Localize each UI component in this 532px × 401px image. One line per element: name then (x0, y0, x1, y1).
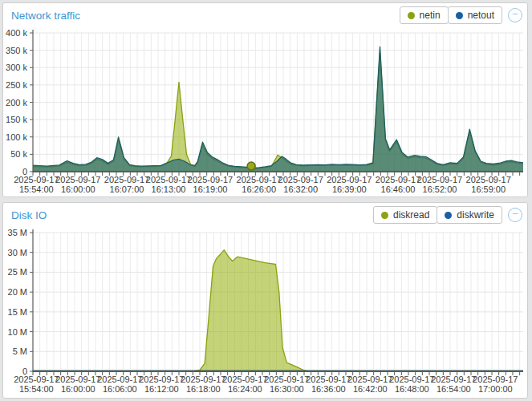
svg-text:2025-09-17: 2025-09-17 (327, 175, 372, 184)
legend-item-diskwrite[interactable]: diskwrite (437, 206, 502, 224)
diskread-series-dot-icon (381, 212, 388, 219)
svg-text:20 M: 20 M (8, 287, 27, 297)
legend-label: diskread (393, 209, 429, 221)
svg-text:35 M: 35 M (8, 228, 27, 237)
svg-text:5 M: 5 M (13, 346, 27, 356)
legend-item-netin[interactable]: netin (400, 6, 449, 24)
svg-text:300 k: 300 k (6, 63, 27, 72)
svg-text:2025-09-17: 2025-09-17 (181, 375, 225, 384)
diskwrite-series-dot-icon (445, 212, 452, 219)
legend-label: diskwrite (457, 209, 494, 221)
svg-text:15:54:00: 15:54:00 (19, 384, 54, 394)
svg-text:16:42:00: 16:42:00 (353, 384, 388, 394)
legend-label: netin (420, 10, 441, 21)
disk-io-header: Disk IO diskreaddiskwrite − (3, 203, 527, 225)
svg-text:17:00:00: 17:00:00 (478, 384, 513, 394)
svg-text:2025-09-17: 2025-09-17 (306, 375, 351, 384)
legend-label: netout (468, 10, 494, 21)
svg-text:30 M: 30 M (8, 248, 27, 257)
netout-series-dot-icon (456, 12, 463, 19)
svg-text:2025-09-17: 2025-09-17 (376, 175, 420, 184)
collapse-icon[interactable]: − (508, 208, 522, 222)
svg-text:16:24:00: 16:24:00 (228, 384, 262, 394)
svg-text:16:26:00: 16:26:00 (242, 184, 276, 194)
svg-text:16:54:00: 16:54:00 (437, 384, 471, 394)
svg-text:2025-09-17: 2025-09-17 (55, 375, 100, 384)
svg-text:100 k: 100 k (6, 132, 27, 142)
svg-text:50 k: 50 k (10, 149, 27, 159)
svg-text:2025-09-17: 2025-09-17 (146, 175, 191, 184)
svg-text:16:00:00: 16:00:00 (61, 384, 95, 394)
svg-text:16:06:00: 16:06:00 (103, 384, 137, 394)
svg-text:16:36:00: 16:36:00 (311, 384, 346, 394)
disk-legend: diskreaddiskwrite (374, 206, 502, 224)
svg-text:2025-09-17: 2025-09-17 (264, 375, 309, 384)
svg-text:16:59:00: 16:59:00 (471, 184, 506, 194)
disk-io-panel: Disk IO diskreaddiskwrite − 05 M10 M15 M… (2, 202, 528, 399)
hover-marker-dot (247, 162, 255, 170)
legend-item-netout[interactable]: netout (448, 6, 502, 24)
svg-text:2025-09-17: 2025-09-17 (97, 375, 142, 384)
disk-io-chart[interactable]: 05 M10 M15 M20 M25 M30 M35 M2025-09-1715… (3, 225, 525, 395)
svg-text:400 k: 400 k (6, 28, 27, 38)
svg-text:2025-09-17: 2025-09-17 (188, 175, 233, 184)
svg-text:150 k: 150 k (6, 115, 27, 124)
svg-text:15:54:00: 15:54:00 (19, 184, 54, 194)
svg-text:16:32:00: 16:32:00 (283, 184, 318, 194)
svg-text:16:18:00: 16:18:00 (186, 384, 221, 394)
svg-text:2025-09-17: 2025-09-17 (222, 375, 267, 384)
svg-text:2025-09-17: 2025-09-17 (431, 375, 476, 384)
svg-text:16:12:00: 16:12:00 (144, 384, 179, 394)
svg-text:2025-09-17: 2025-09-17 (278, 175, 323, 184)
svg-text:10 M: 10 M (8, 327, 27, 337)
network-traffic-panel: Network traffic netinnetout − 050 k100 k… (2, 2, 528, 197)
legend-item-diskread[interactable]: diskread (373, 206, 437, 224)
svg-text:16:07:00: 16:07:00 (110, 184, 144, 194)
collapse-icon[interactable]: − (508, 8, 522, 22)
svg-text:16:46:00: 16:46:00 (381, 184, 416, 194)
svg-text:16:19:00: 16:19:00 (193, 184, 228, 194)
svg-text:200 k: 200 k (6, 98, 27, 107)
svg-text:2025-09-17: 2025-09-17 (347, 375, 392, 384)
svg-text:2025-09-17: 2025-09-17 (473, 375, 518, 384)
panel-title-disk-io: Disk IO (11, 209, 47, 221)
network-legend: netinnetout (400, 6, 502, 24)
svg-text:2025-09-17: 2025-09-17 (417, 175, 462, 184)
svg-text:2025-09-17: 2025-09-17 (14, 175, 59, 184)
svg-text:2025-09-17: 2025-09-17 (389, 375, 434, 384)
svg-text:2025-09-17: 2025-09-17 (237, 175, 282, 184)
network-traffic-chart[interactable]: 050 k100 k150 k200 k250 k300 k350 k400 k… (3, 26, 525, 196)
svg-text:25 M: 25 M (8, 267, 27, 277)
svg-text:2025-09-17: 2025-09-17 (55, 175, 100, 184)
svg-text:15 M: 15 M (8, 307, 27, 317)
network-traffic-header: Network traffic netinnetout − (3, 3, 527, 26)
svg-text:2025-09-17: 2025-09-17 (104, 175, 149, 184)
svg-text:350 k: 350 k (6, 46, 27, 55)
svg-text:16:30:00: 16:30:00 (270, 384, 304, 394)
svg-text:2025-09-17: 2025-09-17 (466, 175, 511, 184)
svg-text:2025-09-17: 2025-09-17 (139, 375, 184, 384)
svg-text:250 k: 250 k (6, 80, 27, 90)
svg-text:16:52:00: 16:52:00 (423, 184, 457, 194)
svg-text:16:00:00: 16:00:00 (61, 184, 95, 194)
svg-text:16:13:00: 16:13:00 (152, 184, 186, 194)
svg-text:16:39:00: 16:39:00 (332, 184, 367, 194)
netin-series-dot-icon (408, 12, 415, 19)
panel-title-network-traffic: Network traffic (11, 10, 80, 22)
svg-text:16:48:00: 16:48:00 (395, 384, 429, 394)
svg-text:2025-09-17: 2025-09-17 (14, 375, 59, 384)
